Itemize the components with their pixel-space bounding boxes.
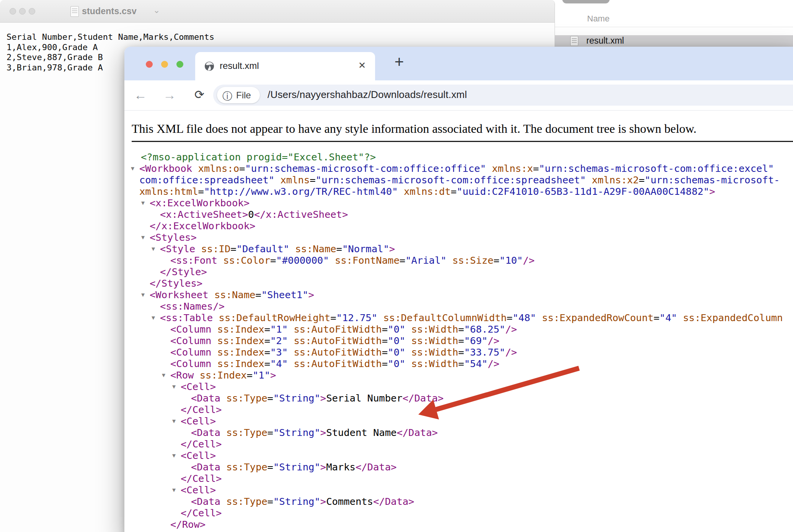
file-scheme-chip[interactable]: ⓘ File	[217, 87, 260, 103]
xml-line: ▼<Workbook xmlns:o="urn:schemas-microsof…	[132, 163, 793, 174]
expander-triangle-icon[interactable]: ▼	[141, 197, 145, 209]
xml-line: xmlns:html="http://www.w3.org/TR/REC-htm…	[132, 186, 793, 197]
browser-window: result.xml ✕ + ← → ⟳ ⓘ File /Users/nayye…	[124, 47, 793, 532]
notice-divider	[132, 141, 793, 142]
xml-line: <Column ss:Index="4" ss:AutoFitWidth="0"…	[132, 358, 793, 369]
close-button[interactable]	[146, 61, 153, 68]
expander-triangle-icon[interactable]: ▼	[141, 232, 145, 243]
xml-line: <Column ss:Index="2" ss:AutoFitWidth="0"…	[132, 335, 793, 346]
new-tab-button[interactable]: +	[388, 52, 410, 73]
xml-line: </x:ExcelWorkbook>	[132, 220, 793, 232]
xml-document-tree: <?mso-application progid="Excel.Sheet"?>…	[132, 151, 793, 532]
address-bar[interactable]: ⓘ File /Users/nayyershahbaz/Downloads/re…	[213, 85, 793, 106]
xml-line: <Data ss:Type="String">Marks</Data>	[132, 461, 793, 473]
globe-favicon-icon	[204, 61, 214, 71]
xml-line: <Data ss:Type="String">Comments</Data>	[132, 496, 793, 507]
tab-result-xml[interactable]: result.xml ✕	[195, 52, 375, 80]
window-title: students.csv	[82, 6, 137, 16]
expander-triangle-icon[interactable]: ▼	[141, 289, 145, 300]
xml-line: <Column ss:Index="3" ss:AutoFitWidth="0"…	[132, 346, 793, 358]
xml-line: ▼<Cell>	[132, 415, 793, 427]
xml-line: <?mso-application progid="Excel.Sheet"?>	[132, 151, 793, 163]
forward-icon[interactable]: →	[158, 83, 181, 106]
xml-line: ▼<Style ss:ID="Default" ss:Name="Normal"…	[132, 243, 793, 255]
expander-triangle-icon[interactable]: ▼	[172, 450, 176, 461]
expander-triangle-icon[interactable]: ▼	[162, 369, 165, 381]
xml-line: <Data ss:Type="String">Student Name</Dat…	[132, 427, 793, 438]
xml-line: ▼<ss:Table ss:DefaultRowHeight="12.75" s…	[132, 312, 793, 323]
xml-line: </Row>	[132, 519, 793, 530]
xml-line: <x:ActiveSheet>0</x:ActiveSheet>	[132, 209, 793, 220]
xml-line: </Cell>	[132, 473, 793, 484]
finder-window-fragment: Name result.xml	[555, 0, 793, 47]
expander-triangle-icon[interactable]: ▼	[172, 484, 176, 496]
chevron-down-icon[interactable]: ⌄	[153, 5, 160, 15]
xml-line: </Cell>	[132, 438, 793, 450]
expander-triangle-icon[interactable]: ▼	[131, 163, 134, 174]
close-button[interactable]	[10, 8, 16, 15]
expander-triangle-icon[interactable]: ▼	[172, 415, 176, 427]
xml-style-notice: This XML file does not appear to have an…	[132, 122, 697, 136]
expander-triangle-icon[interactable]: ▼	[152, 243, 155, 255]
fullscreen-button[interactable]	[176, 61, 183, 68]
tab-title: result.xml	[220, 60, 259, 71]
document-icon	[70, 6, 79, 17]
xml-line: ▼<Worksheet ss:Name="Sheet1">	[132, 289, 793, 300]
xml-line: ▼<Row ss:Index="2">	[132, 530, 793, 532]
tab-close-icon[interactable]: ✕	[358, 60, 366, 71]
name-column-header[interactable]: Name	[587, 14, 610, 24]
expander-triangle-icon[interactable]: ▼	[152, 312, 155, 323]
minimize-button[interactable]	[161, 61, 168, 68]
xml-line: </Cell>	[132, 507, 793, 519]
xml-line: ▼<Cell>	[132, 484, 793, 496]
info-icon: ⓘ	[222, 90, 232, 103]
xml-line: <ss:Font ss:Color="#000000" ss:FontName=…	[132, 255, 793, 266]
file-icon	[570, 36, 578, 46]
url-text[interactable]: /Users/nayyershahbaz/Downloads/result.xm…	[268, 89, 467, 101]
expander-triangle-icon[interactable]: ▼	[162, 530, 165, 532]
file-chip-label: File	[236, 90, 251, 101]
xml-line: ▼<Row ss:Index="1">	[132, 369, 793, 381]
toolbar-button-fragment	[562, 0, 610, 3]
divider	[555, 27, 793, 27]
xml-line: <Data ss:Type="String">Serial Number</Da…	[132, 392, 793, 404]
minimize-button[interactable]	[19, 8, 26, 15]
xml-line: </Style>	[132, 266, 793, 277]
xml-line: ▼<Cell>	[132, 381, 793, 392]
xml-line: ▼<x:ExcelWorkbook>	[132, 197, 793, 209]
browser-toolbar: ← → ⟳ ⓘ File /Users/nayyershahbaz/Downlo…	[124, 80, 793, 111]
reload-icon[interactable]: ⟳	[188, 83, 211, 106]
xml-line: </Styles>	[132, 277, 793, 289]
xml-line: <ss:Names/>	[132, 300, 793, 312]
file-name-label: result.xml	[586, 36, 624, 46]
tab-strip: result.xml ✕ +	[124, 47, 793, 80]
textedit-titlebar: students.csv ⌄	[0, 0, 555, 23]
expander-triangle-icon[interactable]: ▼	[172, 381, 176, 392]
back-icon[interactable]: ←	[129, 83, 152, 106]
xml-line: </Cell>	[132, 404, 793, 415]
zoom-button[interactable]	[29, 8, 35, 15]
xml-line: ▼<Styles>	[132, 232, 793, 243]
file-row-selected[interactable]: result.xml	[555, 35, 793, 47]
xml-line: ▼<Cell>	[132, 450, 793, 461]
xml-line: com:office:spreadsheet" xmlns="urn:schem…	[132, 174, 793, 186]
xml-line: <Column ss:Index="1" ss:AutoFitWidth="0"…	[132, 323, 793, 335]
